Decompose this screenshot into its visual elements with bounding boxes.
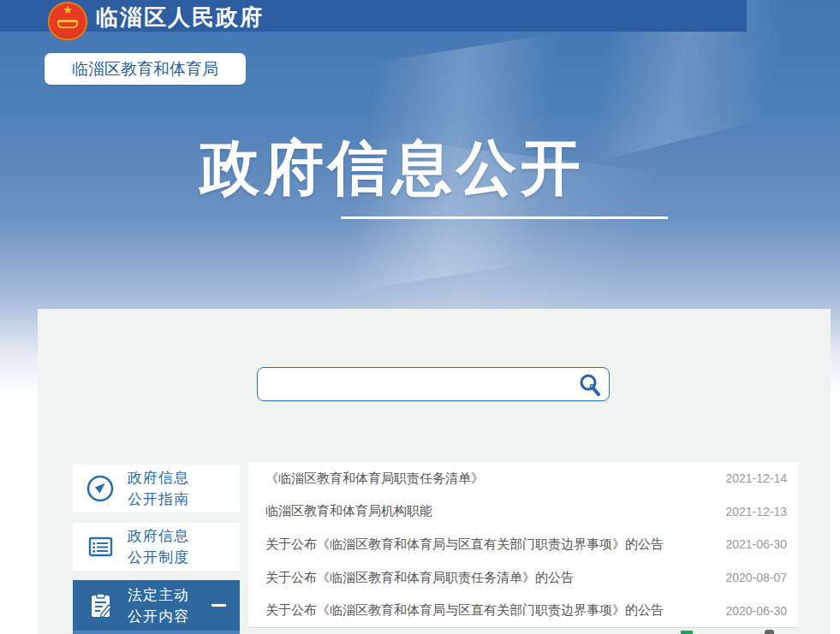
sidebar-item-guide[interactable]: 政府信息 公开指南 [73,465,240,513]
article-date: 2021-06-30 [725,537,787,551]
sidebar-submenu-edge [73,631,240,634]
clipboard-pencil-icon [86,591,115,620]
article-title[interactable]: 关于公布《临淄区教育和体育局与区直有关部门职责边界事项》的公告 [265,602,715,619]
search-button[interactable] [576,371,604,399]
wechat-share-icon[interactable] [681,631,693,634]
title-underline [341,216,668,219]
article-title[interactable]: 临淄区教育和体育局机构职能 [265,503,715,519]
document-list-icon [86,532,115,561]
article-row[interactable]: 关于公布《临淄区教育和体育局与区直有关部门职责边界事项》的公告 2021-06-… [248,528,799,561]
article-date: 2021-12-14 [725,471,787,485]
page-title: 政府信息公开 [200,128,645,209]
article-title[interactable]: 关于公布《临淄区教育和体育局与区直有关部门职责边界事项》的公告 [265,536,715,553]
article-row[interactable]: 《临淄区教育和体育局职责任务清单》 2021-12-14 [248,462,799,495]
department-button[interactable]: 临淄区教育和体育局 [45,53,246,85]
sidebar-item-rules[interactable]: 政府信息 公开制度 [73,523,240,571]
sidebar-item-legal-disclosure[interactable]: 法定主动 公开内容 [73,580,240,631]
article-date: 2021-12-13 [725,505,787,518]
search-bar [257,367,610,401]
collapse-minus-icon[interactable] [211,604,226,607]
article-title[interactable]: 《临淄区教育和体育局职责任务清单》 [265,471,715,487]
compass-icon [86,474,115,503]
page: ★ 临淄区人民政府 临淄区教育和体育局 政府信息公开 政府信息 [0,0,840,634]
article-date: 2020-08-07 [725,571,787,584]
sidebar-item-label: 法定主动 公开内容 [128,584,189,627]
sidebar-item-label: 政府信息 公开制度 [128,525,189,568]
article-date: 2020-06-30 [725,604,787,618]
search-icon [576,371,604,399]
article-title[interactable]: 关于公布《临淄区教育和体育局职责任务清单》的公告 [265,570,715,586]
article-list: 《临淄区教育和体育局职责任务清单》 2021-12-14 临淄区教育和体育局机构… [248,462,799,628]
article-row[interactable]: 临淄区教育和体育局机构职能 2021-12-13 [248,495,799,529]
emblem-star-icon: ★ [48,4,87,16]
national-emblem-icon: ★ [48,2,87,40]
emblem-gate-icon [57,20,78,28]
search-input[interactable] [266,370,575,399]
government-name: 临淄区人民政府 [96,3,264,33]
article-row[interactable]: 关于公布《临淄区教育和体育局与区直有关部门职责边界事项》的公告 2020-06-… [248,594,799,627]
sidebar-item-label: 政府信息 公开指南 [128,467,189,510]
article-row[interactable]: 关于公布《临淄区教育和体育局职责任务清单》的公告 2020-08-07 [248,561,799,595]
print-icon[interactable] [765,630,774,634]
